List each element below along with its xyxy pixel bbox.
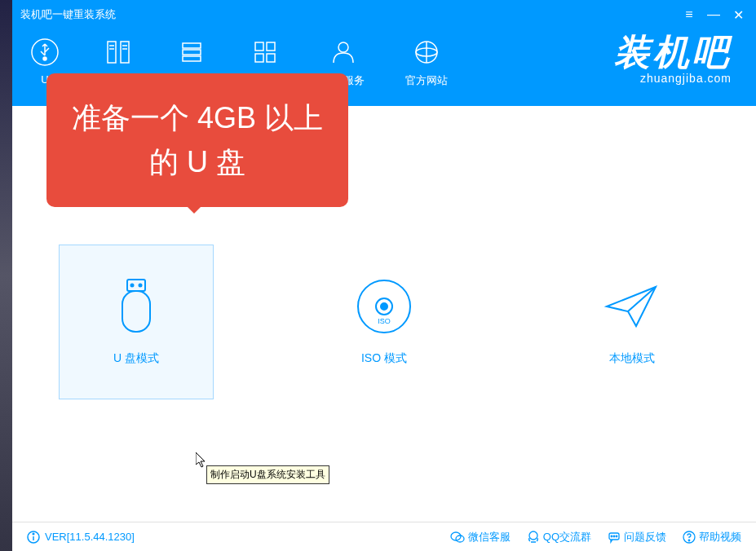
server-icon <box>102 36 135 68</box>
version-text: VER[11.5.44.1230] <box>45 531 135 543</box>
svg-point-35 <box>611 536 612 537</box>
info-icon <box>27 531 40 544</box>
footer-label: 问题反馈 <box>624 530 666 544</box>
svg-rect-10 <box>183 56 201 61</box>
chat-icon <box>450 531 465 544</box>
svg-rect-9 <box>183 50 201 55</box>
version-info[interactable]: VER[11.5.44.1230] <box>27 531 135 544</box>
app-window: 装机吧一键重装系统 ≡ — ✕ U <box>12 0 756 551</box>
usb-icon <box>29 36 61 68</box>
svg-point-21 <box>139 284 142 287</box>
svg-rect-13 <box>255 54 263 62</box>
svg-point-39 <box>688 540 690 541</box>
svg-line-27 <box>628 287 656 311</box>
minimize-button[interactable]: — <box>704 5 723 24</box>
footer: VER[11.5.44.1230] 微信客服 QQ交流群 问题反馈 帮助视频 <box>12 522 756 551</box>
mode-usb[interactable]: U 盘模式 <box>59 245 214 399</box>
svg-point-33 <box>529 531 537 540</box>
footer-help[interactable]: 帮助视频 <box>683 530 741 544</box>
footer-label: QQ交流群 <box>543 530 591 544</box>
svg-point-30 <box>33 533 34 535</box>
menu-button[interactable]: ≡ <box>679 5 699 24</box>
tooltip-text: 制作启动U盘系统安装工具 <box>210 469 325 480</box>
mode-local[interactable]: 本地模式 <box>555 245 710 399</box>
callout-bubble: 准备一个 4GB 以上的 U 盘 <box>46 73 348 207</box>
svg-point-36 <box>613 536 615 537</box>
grid-icon <box>249 36 281 68</box>
svg-rect-19 <box>127 280 145 291</box>
content: 准备一个 4GB 以上的 U 盘 U 盘模式 ISO ISO 模式 本地模式 <box>12 106 756 522</box>
svg-point-1 <box>43 57 46 60</box>
footer-label: 微信客服 <box>468 530 511 544</box>
titlebar: 装机吧一键重装系统 ≡ — ✕ <box>12 0 756 29</box>
mode-label: 本地模式 <box>609 351 655 366</box>
globe-icon <box>410 36 443 68</box>
list-icon <box>175 36 208 68</box>
svg-rect-22 <box>122 291 150 332</box>
mode-label: U 盘模式 <box>113 351 159 366</box>
callout-text: 准备一个 4GB 以上的 U 盘 <box>72 101 323 179</box>
svg-rect-2 <box>108 42 116 63</box>
help-icon <box>683 531 696 544</box>
close-button[interactable]: ✕ <box>728 5 748 24</box>
cursor-icon <box>196 452 209 472</box>
footer-wechat[interactable]: 微信客服 <box>450 530 511 544</box>
footer-feedback[interactable]: 问题反馈 <box>608 530 666 544</box>
svg-rect-8 <box>183 43 201 48</box>
tooltip: 制作启动U盘系统安装工具 <box>206 465 329 484</box>
mode-label: ISO 模式 <box>361 351 407 366</box>
message-icon <box>608 531 621 544</box>
svg-rect-12 <box>267 42 275 51</box>
usb-drive-icon <box>108 278 165 335</box>
logo: 装机吧 zhuangjiba.com <box>614 29 732 85</box>
disc-icon: ISO <box>356 278 413 335</box>
footer-qq[interactable]: QQ交流群 <box>527 530 591 544</box>
mode-iso[interactable]: ISO ISO 模式 <box>307 245 462 399</box>
logo-text: 装机吧 <box>614 29 732 77</box>
svg-text:ISO: ISO <box>378 317 391 325</box>
desktop-edge <box>0 0 12 551</box>
qq-icon <box>527 531 540 544</box>
person-icon <box>327 36 360 68</box>
svg-rect-3 <box>121 42 129 63</box>
svg-rect-14 <box>267 54 275 62</box>
paper-plane-icon <box>603 278 661 335</box>
window-title: 装机吧一键重装系统 <box>20 7 674 22</box>
svg-point-37 <box>616 536 617 537</box>
nav-label: 官方网站 <box>405 73 448 88</box>
svg-point-20 <box>131 284 134 287</box>
nav-item-website[interactable]: 官方网站 <box>405 36 448 88</box>
footer-label: 帮助视频 <box>699 530 741 544</box>
footer-links: 微信客服 QQ交流群 问题反馈 帮助视频 <box>450 530 741 544</box>
svg-point-15 <box>338 42 348 52</box>
svg-point-25 <box>381 303 387 310</box>
svg-rect-11 <box>255 42 263 51</box>
